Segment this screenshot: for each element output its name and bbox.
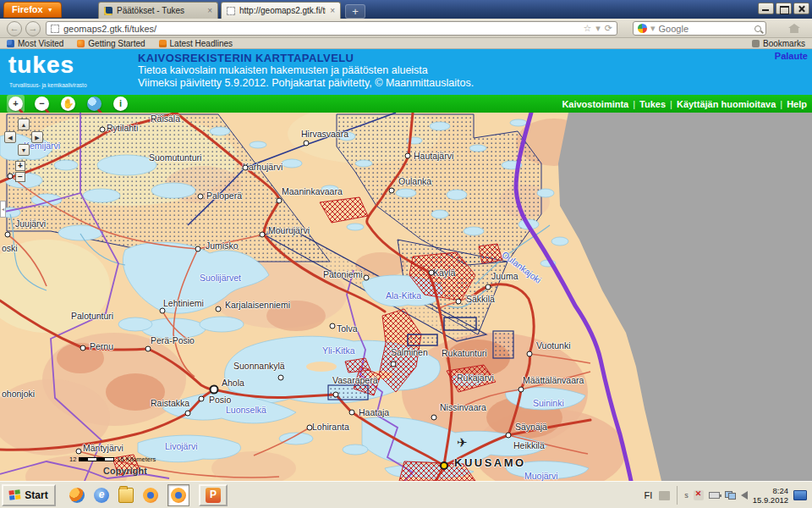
media-player-icon[interactable] — [69, 488, 85, 503]
search-bar[interactable]: ▾ — [633, 21, 766, 36]
url-dropdown-icon[interactable]: ▾ — [595, 24, 601, 33]
internet-explorer-icon[interactable]: e — [94, 488, 109, 503]
map-label: Oulanka — [398, 177, 431, 186]
map-marker — [185, 411, 191, 417]
map-label: Suonnankylä — [233, 362, 285, 371]
map-label: Vasaraperä — [332, 376, 378, 385]
scalebar-bar — [79, 457, 114, 461]
map-label: Määttälänvaara — [523, 376, 584, 385]
identify-tool[interactable]: i — [112, 95, 129, 113]
map-marker — [391, 362, 397, 367]
printer-icon[interactable] — [659, 491, 670, 500]
zoom-out-tool[interactable]: − — [33, 95, 51, 113]
volume-icon[interactable] — [741, 491, 748, 500]
google-search-engine-icon[interactable] — [638, 24, 647, 33]
map-label: Maaninkavaara — [282, 187, 343, 196]
map-scalebar: 12 16 Kilometers — [69, 456, 156, 463]
side-panel-collapse-handle[interactable]: ◂ — [0, 201, 6, 218]
forward-button[interactable]: → — [25, 21, 41, 36]
url-input[interactable] — [63, 24, 579, 34]
bookmark-star-icon[interactable]: ☆ — [583, 24, 591, 33]
feedback-link[interactable]: Palaute — [775, 51, 808, 61]
tukes-logo-tagline: Turvallisuus- ja kemikaalivirasto — [9, 82, 87, 88]
scalebar-left-label: 12 — [69, 456, 76, 463]
full-extent-tool[interactable] — [85, 95, 103, 113]
network-error-icon[interactable] — [694, 490, 704, 500]
map-label: Muojärvi — [524, 472, 558, 481]
tab-close-icon[interactable]: × — [207, 7, 212, 15]
map-marker — [440, 461, 448, 470]
map-label: Rytilahti — [107, 124, 138, 133]
header-link[interactable]: Käyttäjän huomioitava — [677, 99, 776, 109]
map-marker — [216, 306, 222, 312]
home-button[interactable] — [788, 24, 800, 33]
header-link[interactable]: Kaivostoiminta — [562, 99, 628, 109]
map-marker — [330, 323, 336, 329]
map-viewport[interactable]: RäisäläRytilahtiHirvasvaaraSuomutunturiK… — [0, 113, 812, 481]
start-label: Start — [25, 489, 47, 501]
map-marker — [429, 270, 435, 276]
map-label: oski — [2, 244, 18, 253]
firefox-menu-button[interactable]: Firefox ▼ — [3, 2, 62, 18]
minimize-button[interactable] — [758, 3, 774, 14]
clock[interactable]: 8:24 15.9.2012 — [753, 486, 788, 505]
language-indicator[interactable]: FI — [644, 490, 652, 500]
map-marker — [198, 194, 204, 200]
restore-button[interactable] — [776, 3, 792, 14]
folder-icon[interactable] — [118, 488, 134, 503]
pan-south-button[interactable]: ▼ — [18, 144, 30, 156]
map-label: Karhujärvi — [243, 163, 283, 172]
pan-tool[interactable]: ✋ — [59, 95, 77, 113]
info-icon: i — [113, 97, 128, 111]
show-desktop-button[interactable] — [793, 490, 807, 500]
new-tab-button[interactable]: + — [345, 4, 365, 19]
chevron-down-icon: ▼ — [47, 3, 53, 17]
map-marker — [405, 153, 411, 159]
map-marker — [210, 385, 219, 395]
zoom-in-tool[interactable]: + — [7, 95, 25, 113]
map-zoom-in-button[interactable]: + — [15, 161, 25, 171]
start-button[interactable]: Start — [2, 484, 56, 506]
tab[interactable]: Päätökset - Tukes× — [98, 2, 218, 19]
airport-icon: ✈ — [457, 438, 468, 447]
pan-west-button[interactable]: ◀ — [4, 131, 16, 143]
map-label: Ahola — [222, 378, 244, 388]
bookmark-item[interactable]: Most Visited — [7, 39, 63, 48]
close-button[interactable] — [793, 3, 809, 14]
firefox-icon[interactable] — [143, 488, 158, 503]
tab-favicon — [104, 7, 112, 15]
navigation-toolbar: ← → ☆ ▾ ⟳ ▾ — [0, 19, 812, 38]
status-icon[interactable]: s — [684, 491, 689, 500]
battery-icon[interactable] — [709, 492, 720, 499]
map-label: Perä-Posio — [151, 336, 195, 345]
header-link[interactable]: Help — [787, 99, 807, 109]
search-engine-dropdown-icon[interactable]: ▾ — [650, 24, 656, 33]
bookmarks-menu-button[interactable]: Bookmarks — [752, 39, 805, 48]
pan-north-button[interactable]: ▲ — [18, 119, 30, 130]
tab-close-icon[interactable]: × — [330, 7, 335, 15]
map-marker — [307, 425, 313, 431]
map-zoom-out-button[interactable]: − — [15, 172, 25, 182]
bookmark-item[interactable]: Getting Started — [77, 39, 145, 48]
map-label: Ala-Kitka — [386, 291, 421, 301]
map-marker — [199, 396, 205, 402]
header-link[interactable]: Tukes — [639, 99, 666, 109]
map-label: Posio — [209, 395, 231, 405]
bookmark-icon — [77, 40, 85, 47]
tab[interactable]: http://geomaps2.gtk.fi/tukes/× — [221, 2, 341, 19]
search-icon[interactable] — [754, 25, 761, 32]
url-bar[interactable]: ☆ ▾ ⟳ — [46, 21, 617, 36]
map-label: Karjalaisenniemi — [225, 301, 290, 310]
scalebar-right-label: 16 Kilometers — [117, 456, 156, 463]
reload-icon[interactable]: ⟳ — [605, 24, 612, 33]
back-button[interactable]: ← — [7, 21, 22, 36]
search-input[interactable] — [659, 24, 751, 34]
bookmarks-icon — [752, 40, 760, 47]
network-icon[interactable] — [725, 491, 736, 500]
pan-east-button[interactable]: ▶ — [31, 131, 43, 143]
map-marker — [278, 375, 284, 381]
page-subtitle: Tietoa kaivoslain mukaisten hakemusten j… — [138, 64, 428, 76]
powerpoint-window-button[interactable]: P — [199, 484, 228, 506]
firefox-window-button[interactable] — [167, 484, 189, 506]
bookmark-item[interactable]: Latest Headlines — [159, 39, 233, 48]
